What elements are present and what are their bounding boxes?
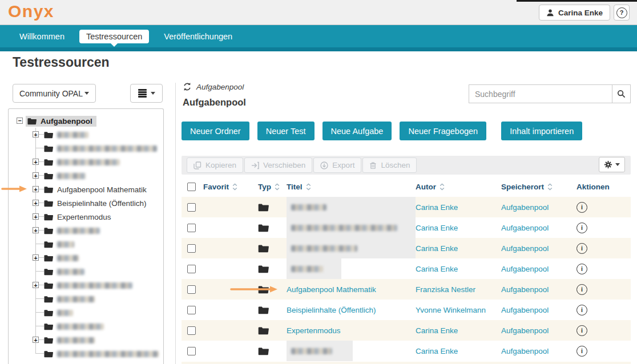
info-icon[interactable]: i (576, 284, 587, 295)
action-neue-aufgabe[interactable]: Neue Aufgabe (322, 122, 392, 140)
tab-willkommen[interactable]: Willkommen (13, 30, 71, 43)
tree-expand-icon[interactable]: + (33, 186, 39, 192)
tree-menu-button[interactable] (130, 84, 163, 103)
row-checkbox[interactable] (187, 347, 196, 355)
tree-expand-icon[interactable]: + (33, 254, 39, 261)
repository-select[interactable]: Community OPAL (13, 84, 96, 103)
tab-testressourcen[interactable]: Testressourcen (79, 30, 149, 43)
toolbar-button-label: Löschen (381, 161, 410, 169)
location-link[interactable]: Aufgabenpool (501, 265, 549, 273)
sort-icon[interactable] (275, 183, 280, 191)
row-checkbox[interactable] (187, 224, 196, 232)
row-checkbox[interactable] (187, 203, 196, 212)
tree-item-redacted[interactable]: + (9, 251, 163, 265)
tree-item-aufgabenpool-mathematik[interactable]: +Aufgabenpool Mathematik (9, 183, 163, 196)
action-inhalt-importieren[interactable]: Inhalt importieren (501, 122, 582, 140)
tree-item-beispielinhalte-öffentlich[interactable]: +Beispielinhalte (Öffentlich) (9, 196, 163, 210)
author-link[interactable]: Carina Enke (416, 265, 458, 273)
resource-title-link[interactable]: Beispielinhalte (Öffentlich) (287, 306, 376, 314)
tree-expand-icon[interactable]: + (33, 213, 39, 220)
author-link[interactable]: Carina Enke (416, 203, 458, 212)
column-header-autor[interactable]: Autor (416, 183, 501, 191)
row-checkbox[interactable] (187, 265, 196, 273)
folder-icon (44, 131, 53, 139)
author-link[interactable]: Carina Enke (416, 326, 458, 335)
tree-expand-icon[interactable]: + (33, 159, 39, 165)
info-icon[interactable]: i (576, 325, 587, 336)
tree-item-redacted[interactable]: + (9, 278, 163, 292)
search-button[interactable] (612, 84, 631, 103)
refresh-icon[interactable] (183, 82, 192, 91)
tree-root-aufgabenpool[interactable]: −Aufgabenpool (9, 114, 163, 128)
tree-expand-icon[interactable]: + (33, 131, 39, 137)
info-icon[interactable]: i (576, 223, 587, 233)
sort-icon[interactable] (440, 183, 445, 191)
location-link[interactable]: Aufgabenpool (501, 326, 549, 335)
tree-item-redacted[interactable] (9, 237, 163, 251)
toolbar-löschen[interactable]: Löschen (362, 157, 417, 173)
tree-item-redacted[interactable] (9, 306, 163, 319)
row-checkbox[interactable] (187, 306, 196, 314)
info-icon[interactable]: i (576, 346, 587, 357)
user-menu-button[interactable]: Carina Enke (539, 5, 610, 21)
action-neuer-ordner[interactable]: Neuer Ordner (182, 122, 249, 140)
info-icon[interactable]: i (576, 243, 587, 254)
resource-title-link[interactable]: Expertenmodus (287, 326, 341, 335)
tree-expand-icon[interactable]: + (33, 172, 39, 179)
row-checkbox[interactable] (187, 244, 196, 253)
info-icon[interactable]: i (576, 202, 587, 213)
location-link[interactable]: Aufgabenpool (501, 347, 549, 355)
toolbar-export[interactable]: Export (313, 157, 361, 173)
row-checkbox[interactable] (187, 285, 196, 294)
info-icon[interactable]: i (576, 305, 587, 316)
tree-collapse-icon[interactable]: − (17, 118, 23, 124)
tab-veröffentlichungen[interactable]: Veröffentlichungen (157, 30, 239, 43)
author-link[interactable]: Carina Enke (416, 224, 458, 232)
resource-title-link[interactable]: Aufgabenpool Mathematik (287, 285, 376, 294)
cell-autor: Carina Enke (416, 203, 501, 212)
tree-item-redacted[interactable] (9, 347, 163, 361)
column-header-titel[interactable]: Titel (287, 177, 416, 197)
column-header-typ[interactable]: Typ (258, 183, 287, 191)
author-link[interactable]: Yvonne Winkelmann (416, 306, 486, 314)
help-button[interactable]: ? (614, 5, 630, 21)
tree-item-redacted[interactable]: + (9, 128, 163, 141)
info-icon[interactable]: i (576, 264, 587, 274)
action-neuer-test[interactable]: Neuer Test (257, 122, 315, 140)
column-header-favorit[interactable]: Favorit (203, 183, 258, 191)
tree-expand-icon[interactable]: + (33, 227, 39, 233)
tree-item-expertenmodus[interactable]: +Expertenmodus (9, 210, 163, 224)
tree-item-redacted[interactable]: + (9, 155, 163, 169)
tree-item-redacted[interactable]: + (9, 169, 163, 183)
location-link[interactable]: Aufgabenpool (501, 203, 549, 212)
author-link[interactable]: Franziska Nestler (416, 285, 475, 294)
tree-item-redacted[interactable] (9, 141, 163, 155)
sort-icon[interactable] (232, 183, 237, 191)
row-checkbox[interactable] (187, 326, 196, 335)
location-link[interactable]: Aufgabenpool (501, 306, 549, 314)
location-link[interactable]: Aufgabenpool (501, 285, 549, 294)
tree-item-redacted[interactable] (9, 265, 163, 278)
author-link[interactable]: Carina Enke (416, 244, 458, 253)
author-link[interactable]: Carina Enke (416, 347, 458, 355)
redacted-title-region (287, 238, 416, 258)
tree-expand-icon[interactable]: + (33, 282, 39, 288)
select-all-checkbox[interactable] (187, 183, 196, 191)
table-settings-button[interactable] (599, 157, 625, 172)
tree-expand-icon[interactable]: + (33, 337, 39, 343)
tree-item-redacted[interactable] (9, 292, 163, 306)
tree-item-redacted[interactable] (9, 319, 163, 333)
tree-item-redacted[interactable]: + (9, 333, 163, 347)
page-title: Testressourcen (13, 55, 110, 70)
toolbar-verschieben[interactable]: Verschieben (244, 157, 312, 173)
tree-item-redacted[interactable]: + (9, 224, 163, 237)
location-link[interactable]: Aufgabenpool (501, 224, 549, 232)
sort-icon[interactable] (547, 183, 553, 191)
sort-icon[interactable] (306, 183, 311, 191)
column-header-speicherort[interactable]: Speicherort (501, 183, 576, 191)
search-input[interactable] (469, 84, 612, 103)
action-neuer-fragebogen[interactable]: Neuer Fragebogen (400, 122, 486, 140)
tree-expand-icon[interactable]: + (33, 200, 39, 206)
toolbar-kopieren[interactable]: Kopieren (187, 157, 243, 173)
location-link[interactable]: Aufgabenpool (501, 244, 549, 253)
